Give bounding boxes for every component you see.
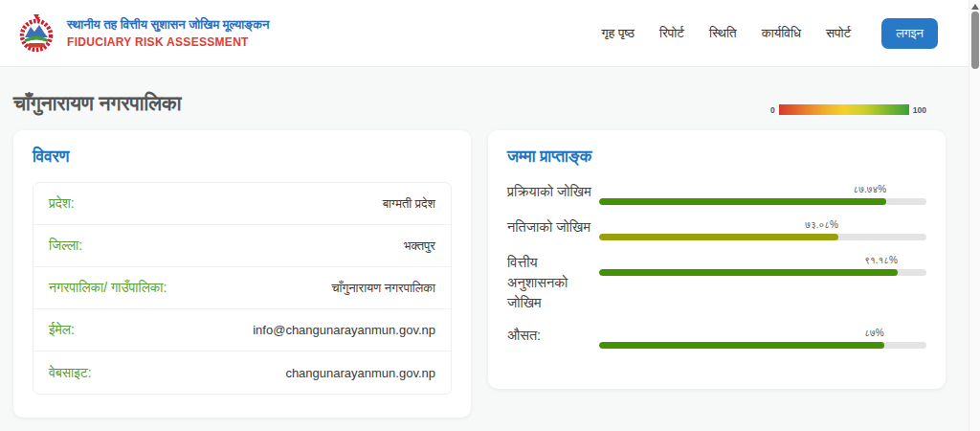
total-score-card: जम्मा प्राप्ताङ्क प्रक्रियाको जोखिम ८७.७…	[488, 130, 946, 389]
nav-item-status[interactable]: स्थिति	[709, 26, 737, 41]
brand-title-english: FIDUCIARY RISK ASSESSMENT	[67, 35, 269, 49]
score-bar-fill	[599, 234, 838, 240]
score-row-average: औसत: ८७%	[507, 326, 926, 349]
details-table: प्रदेश: बाग्मती प्रदेश जिल्ला: भक्तपुर न…	[33, 182, 452, 395]
row-value: info@changunarayanmun.gov.np	[253, 323, 435, 337]
brand-title-nepali: स्थानीय तह वित्तीय सुशासन जोखिम मूल्याङ्…	[67, 17, 269, 33]
score-label: प्रक्रियाको जोखिम	[507, 182, 599, 205]
nepal-emblem-logo	[17, 12, 56, 55]
progress-bar-track	[599, 234, 926, 240]
row-value: भक्तपुर	[404, 238, 435, 254]
table-row-municipality: नगरपालिका/ गाउँपालिका: चाँगुनारायण नगरपा…	[33, 267, 451, 309]
main-nav: गृह पृष्ठ रिपोर्ट स्थिति कार्यविधि सपोर्…	[602, 18, 938, 49]
score-bar-fill	[599, 198, 886, 205]
row-label: ईमेल:	[49, 322, 75, 338]
progress-bar-track	[599, 198, 926, 205]
score-bar-column: ८७%	[599, 328, 926, 349]
score-bar-column: ७३.०८%	[599, 219, 926, 240]
row-label: जिल्ला:	[49, 238, 82, 254]
score-value: ८७%	[599, 328, 884, 339]
progress-bar-track	[599, 269, 926, 276]
score-card-title: जम्मा प्राप्ताङ्क	[507, 147, 926, 167]
vertical-scrollbar[interactable]	[969, 0, 980, 431]
content-cards: विवरण प्रदेश: बाग्मती प्रदेश जिल्ला: भक्…	[0, 125, 980, 418]
table-row-province: प्रदेश: बाग्मती प्रदेश	[33, 183, 451, 225]
brand[interactable]: स्थानीय तह वित्तीय सुशासन जोखिम मूल्याङ्…	[17, 12, 269, 55]
score-bar-fill	[599, 269, 898, 276]
scale-max-label: 100	[913, 105, 926, 115]
score-value: ७३.०८%	[599, 219, 838, 231]
score-label: औसत:	[507, 326, 599, 349]
nav-item-support[interactable]: सपोर्ट	[826, 26, 851, 41]
score-row-process-risk: प्रक्रियाको जोखिम ८७.७४%	[507, 182, 926, 205]
app-header: स्थानीय तह वित्तीय सुशासन जोखिम मूल्याङ्…	[0, 0, 980, 67]
scrollbar-up-arrow-icon[interactable]	[971, 4, 979, 10]
score-value: ८७.७४%	[599, 184, 886, 195]
table-row-email: ईमेल: info@changunarayanmun.gov.np	[33, 309, 451, 352]
score-label: वित्तीय अनुशासनको जोखिम	[507, 253, 599, 313]
progress-bar-track	[599, 342, 926, 349]
risk-gradient-bar	[779, 104, 909, 115]
details-card-title: विवरण	[33, 147, 452, 167]
login-button[interactable]: लगइन	[881, 18, 938, 49]
row-value: चाँगुनारायण नगरपालिका	[331, 281, 435, 296]
nav-item-procedure[interactable]: कार्यविधि	[762, 26, 801, 41]
table-row-website: वेबसाइट: changunarayanmun.gov.np	[33, 352, 451, 394]
scale-min-label: 0	[770, 105, 775, 115]
score-row-result-risk: नतिजाको जोखिम ७३.०८%	[507, 217, 926, 240]
scrollbar-thumb[interactable]	[971, 11, 979, 69]
score-bar-column: ८७.७४%	[599, 184, 926, 205]
risk-scale-legend: 0 100	[770, 104, 926, 115]
row-value: बाग्मती प्रदेश	[383, 196, 435, 212]
score-value: ९१.१८%	[599, 255, 898, 266]
nav-item-home[interactable]: गृह पृष्ठ	[602, 26, 635, 41]
brand-text: स्थानीय तह वित्तीय सुशासन जोखिम मूल्याङ्…	[67, 17, 269, 49]
row-value: changunarayanmun.gov.np	[285, 366, 435, 380]
score-label: नतिजाको जोखिम	[507, 217, 599, 240]
nav-item-report[interactable]: रिपोर्ट	[659, 26, 684, 41]
score-bar-column: ९१.१८%	[599, 255, 926, 313]
row-label: नगरपालिका/ गाउँपालिका:	[49, 280, 167, 296]
page-title: चाँगुनारायण नगरपालिका	[13, 92, 181, 115]
row-label: वेबसाइट:	[49, 365, 92, 381]
score-bar-fill	[599, 342, 884, 349]
page-head: चाँगुनारायण नगरपालिका 0 100	[0, 67, 980, 125]
score-row-financial-discipline-risk: वित्तीय अनुशासनको जोखिम ९१.१८%	[507, 253, 926, 313]
details-card: विवरण प्रदेश: बाग्मती प्रदेश जिल्ला: भक्…	[13, 130, 471, 418]
table-row-district: जिल्ला: भक्तपुर	[33, 225, 451, 267]
row-label: प्रदेश:	[49, 195, 75, 212]
